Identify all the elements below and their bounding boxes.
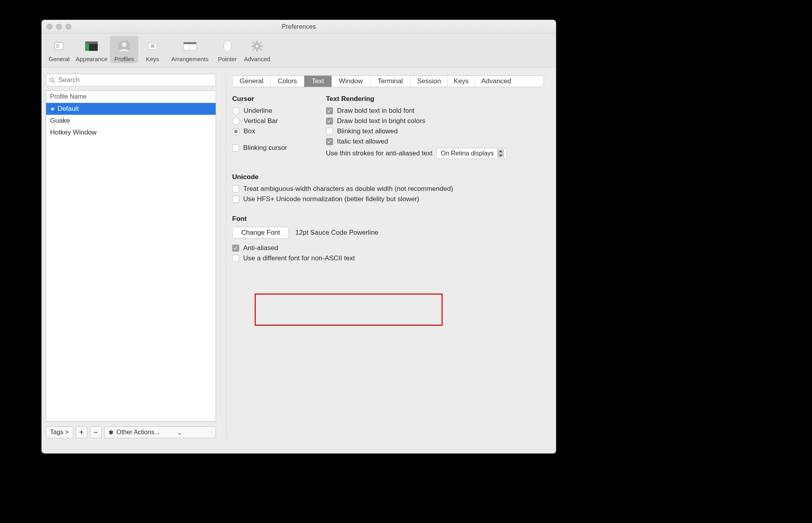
profile-row-label: Hotkey Window	[50, 129, 97, 136]
cursor-box-radio[interactable]: Box	[232, 127, 307, 135]
gear-icon	[251, 38, 263, 54]
svg-rect-23	[259, 48, 262, 50]
svg-text:⌘: ⌘	[150, 43, 155, 49]
blinking-text-checkbox[interactable]: Blinking text allowed	[326, 127, 546, 135]
toolbar: General Appearance Profiles ⌘ Keys	[42, 34, 556, 67]
non-ascii-font-checkbox[interactable]: Use a different font for non-ASCII text	[232, 254, 546, 262]
profile-row[interactable]: ★ Default	[46, 103, 216, 115]
cursor-vertical-bar-radio[interactable]: Vertical Bar	[232, 117, 307, 125]
arrangements-icon	[183, 38, 197, 54]
current-font-label: 12pt Sauce Code Powerline	[295, 229, 378, 237]
svg-rect-4	[85, 44, 89, 51]
profiles-search[interactable]	[46, 74, 216, 86]
svg-rect-19	[261, 45, 263, 47]
mouse-icon	[223, 38, 232, 54]
svg-rect-1	[56, 44, 59, 48]
thin-strokes-row: Use thin strokes for anti-aliased text O…	[326, 148, 546, 159]
tab-keys[interactable]: Keys	[448, 76, 475, 87]
tab-window[interactable]: Window	[332, 76, 370, 87]
other-actions-button[interactable]: ✱ Other Actions... ⌄	[104, 426, 216, 438]
unicode-ambiguous-checkbox[interactable]: Treat ambiguous-width characters as doub…	[232, 185, 546, 193]
toolbar-general[interactable]: General	[45, 36, 73, 63]
change-font-button[interactable]: Change Font	[232, 227, 289, 239]
svg-line-25	[53, 81, 55, 83]
tab-advanced[interactable]: Advanced	[475, 76, 518, 87]
profile-row[interactable]: Guake	[46, 115, 216, 127]
text-rendering-heading: Text Rendering	[326, 95, 546, 103]
chevron-down-icon: ⌄	[177, 429, 182, 436]
profile-row[interactable]: Hotkey Window	[46, 127, 216, 138]
tags-button[interactable]: Tags >	[46, 426, 73, 438]
stepper-icon	[497, 149, 504, 158]
toolbar-profiles[interactable]: Profiles	[110, 36, 138, 63]
tab-general[interactable]: General	[233, 76, 271, 87]
unicode-heading: Unicode	[232, 173, 546, 181]
profile-settings-pane: General Colors Text Window Terminal Sess…	[226, 74, 547, 438]
svg-rect-17	[256, 50, 258, 52]
blinking-cursor-checkbox[interactable]: Blinking cursor	[232, 144, 307, 152]
remove-profile-button[interactable]: −	[90, 426, 102, 438]
profiles-sidebar: Profile Name ★ Default Guake Hotkey Wind…	[46, 74, 216, 438]
svg-rect-11	[184, 42, 196, 44]
window-title: Preferences	[282, 23, 316, 30]
tab-colors[interactable]: Colors	[271, 76, 304, 87]
svg-rect-21	[259, 41, 262, 44]
keys-icon: ⌘	[147, 38, 158, 54]
tab-text[interactable]: Text	[304, 76, 332, 87]
preferences-window: Preferences General Appearance Profile	[41, 20, 556, 454]
profile-icon	[117, 38, 131, 54]
cursor-heading: Cursor	[232, 95, 307, 103]
profile-tabs: General Colors Text Window Terminal Sess…	[232, 75, 544, 87]
svg-point-15	[256, 45, 259, 48]
unicode-hfs-checkbox[interactable]: Use HFS+ Unicode normalization (better f…	[232, 195, 546, 203]
bold-font-checkbox[interactable]: Draw bold text in bold font	[326, 107, 546, 115]
italic-allowed-checkbox[interactable]: Italic text allowed	[326, 138, 546, 146]
profiles-footer: Tags > + − ✱ Other Actions... ⌄	[46, 426, 216, 438]
toolbar-keys[interactable]: ⌘ Keys	[138, 36, 167, 63]
svg-point-24	[50, 78, 54, 81]
thin-strokes-select[interactable]: On Retina displays	[436, 148, 507, 159]
svg-rect-22	[252, 48, 255, 50]
svg-rect-3	[85, 41, 98, 44]
terminal-icon	[85, 38, 98, 54]
font-heading: Font	[232, 215, 546, 223]
add-profile-button[interactable]: +	[76, 426, 88, 438]
svg-point-6	[122, 42, 127, 47]
svg-rect-18	[251, 45, 253, 47]
profiles-search-input[interactable]	[58, 76, 212, 84]
svg-rect-0	[55, 43, 63, 50]
tab-session[interactable]: Session	[411, 76, 448, 87]
svg-rect-20	[252, 41, 255, 44]
profile-row-label: Guake	[50, 117, 70, 125]
toolbar-appearance[interactable]: Appearance	[73, 36, 110, 63]
tab-terminal[interactable]: Terminal	[370, 76, 411, 87]
profiles-table: Profile Name ★ Default Guake Hotkey Wind…	[46, 90, 216, 422]
toolbar-arrangements[interactable]: Arrangements	[167, 36, 213, 63]
profiles-table-header: Profile Name	[46, 91, 216, 103]
minimize-icon[interactable]	[56, 24, 62, 30]
profile-row-label: Default	[58, 105, 79, 113]
svg-rect-16	[256, 41, 258, 43]
bold-bright-checkbox[interactable]: Draw bold text in bright colors	[326, 117, 546, 125]
switch-icon	[53, 38, 65, 54]
anti-aliased-checkbox[interactable]: Anti-aliased	[232, 244, 546, 252]
zoom-icon[interactable]	[65, 24, 71, 30]
traffic-lights	[47, 24, 71, 30]
toolbar-advanced[interactable]: Advanced	[242, 36, 273, 63]
toolbar-pointer[interactable]: Pointer	[213, 36, 242, 63]
gear-icon: ✱	[108, 429, 114, 436]
close-icon[interactable]	[47, 24, 52, 30]
cursor-underline-radio[interactable]: Underline	[232, 107, 307, 115]
titlebar: Preferences	[42, 20, 556, 34]
search-icon	[49, 77, 55, 83]
star-icon: ★	[50, 106, 55, 112]
